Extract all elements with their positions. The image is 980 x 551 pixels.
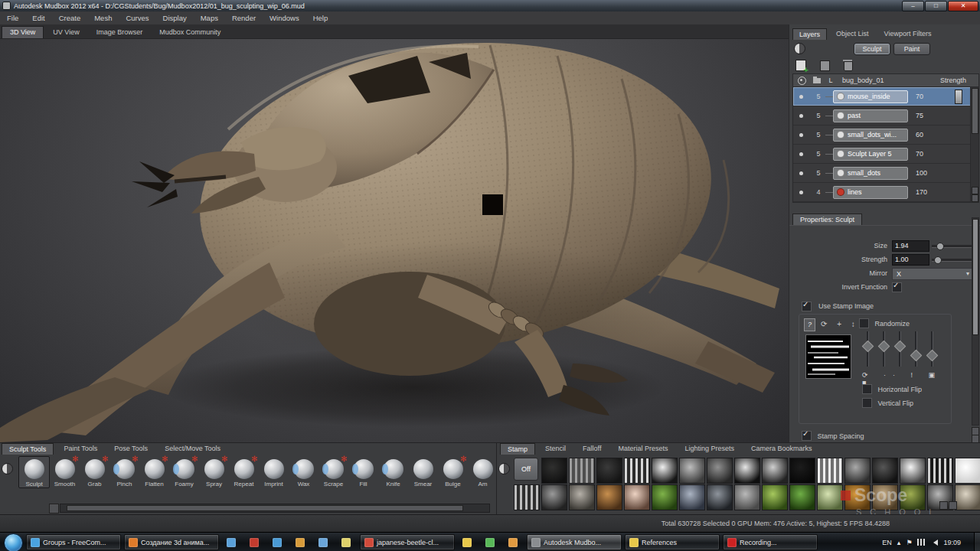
stamp-thumbnail[interactable] [541,484,567,510]
close-button[interactable]: ✕ [948,1,978,11]
tool-tray-tab[interactable]: Select/Move Tools [158,443,227,455]
stamp-thumbnail[interactable] [569,484,595,510]
view-tab[interactable]: Image Browser [89,27,151,38]
flag-icon[interactable]: ⚑ [906,539,912,546]
stamp-thumbnail[interactable] [817,484,843,510]
presets-tab[interactable]: Falloff [576,443,608,455]
delete-layer-icon[interactable] [844,61,853,71]
view-tab[interactable]: Mudbox Community [152,27,228,38]
view-tab[interactable]: 3D View [2,26,44,38]
sculpt-tool-button[interactable]: Flatten [139,456,169,488]
menu-item[interactable]: Create [52,12,88,24]
strength-slider[interactable] [932,259,972,262]
stamp-thumbnail[interactable] [817,458,843,484]
size-slider[interactable] [932,245,972,248]
sculpt-tool-button[interactable]: Sculpt [18,456,50,488]
layer-strength-value[interactable]: 100 [916,169,942,177]
layer-visibility-dot[interactable] [799,152,803,156]
stamp-thumbnail[interactable] [734,458,760,484]
layer-row[interactable]: 4 lines 170 [793,183,971,202]
random-slider[interactable] [878,331,889,367]
layer-scrollbar[interactable] [970,87,978,202]
stamp-thumbnail[interactable] [955,458,980,484]
layer-visibility-dot[interactable] [799,114,803,118]
tool-tray-menu-icon[interactable] [2,463,13,474]
tool-tray-tab[interactable]: Pose Tools [107,443,155,455]
taskbar-button[interactable]: References [625,534,720,550]
random-slider[interactable] [894,331,905,367]
3d-viewport[interactable] [0,39,789,442]
presets-tab[interactable]: Lighting Presets [678,443,741,455]
sculpt-tool-button[interactable]: Knife [378,456,408,488]
properties-scrollbar[interactable] [972,217,979,425]
layer-row[interactable]: 5 small_dots_wi... 60 [793,126,971,145]
layer-name-chip[interactable]: small_dots_wi... [833,129,908,142]
layer-visibility-dot[interactable] [799,191,803,194]
stamp-mini-toolbar[interactable]: ⟳ + ↕ [821,320,859,328]
taskbar-button[interactable] [245,534,265,550]
presets-tab[interactable]: Camera Bookmarks [744,443,819,455]
layer-strength-value[interactable]: 60 [916,131,942,139]
sculpt-tool-button[interactable]: Pinch [109,456,139,488]
view-tab[interactable]: UV View [45,27,87,38]
speaker-icon[interactable] [930,540,938,546]
tool-tray-tab[interactable]: Sculpt Tools [2,443,54,455]
menu-item[interactable]: Windows [263,12,306,24]
stamp-thumbnail[interactable] [872,484,898,510]
menu-item[interactable]: Display [156,12,194,24]
stamp-thumbnail[interactable] [789,458,815,484]
layer-strength-value[interactable]: 70 [916,93,942,100]
show-desktop-button[interactable] [974,533,980,551]
layer-mode-button[interactable]: Paint [893,43,930,55]
presets-tab[interactable]: Stamp [500,443,535,455]
tools-scrollbar[interactable] [60,504,490,513]
sculpt-tool-button[interactable]: Am [468,456,498,488]
scroll-down-button[interactable] [972,194,978,202]
stamp-thumbnail[interactable] [844,458,871,484]
duplicate-layer-icon[interactable] [820,60,830,71]
sculpt-tool-button[interactable]: Foamy [169,456,199,488]
stamp-thumbnail[interactable] [927,458,953,484]
tool-tray-tab[interactable]: Paint Tools [57,443,104,455]
stamp-thumbnail[interactable] [789,484,815,510]
start-button[interactable] [4,533,23,551]
stamp-thumbnail[interactable] [624,458,650,484]
horizontal-flip-checkbox[interactable] [862,384,872,394]
taskbar-button[interactable]: Создание 3d анима... [124,534,219,550]
layer-name-chip[interactable]: mouse_inside [833,90,908,103]
layer-row[interactable]: 5 mouse_inside 70 [793,87,971,106]
stamp-thumbnail[interactable] [955,484,980,510]
taskbar-button[interactable] [291,534,311,550]
mesh-name-header[interactable]: bug_body_01 [836,77,940,84]
layer-strength-value[interactable]: 70 [916,150,942,158]
language-indicator[interactable]: EN [882,539,892,546]
sculpt-tool-button[interactable]: Imprint [259,456,289,488]
layer-name-chip[interactable]: Sculpt Layer 5 [833,148,908,161]
sculpt-tool-button[interactable]: Spray [199,456,229,488]
layer-name-chip[interactable]: small_dots [833,167,908,180]
taskbar-button[interactable] [222,534,242,550]
taskbar-button[interactable]: Recording... [723,534,818,550]
mirror-dropdown[interactable]: X ▾ [892,268,972,280]
presets-scroll-left[interactable] [939,501,948,510]
presets-tab[interactable]: Stencil [538,443,573,455]
stamp-thumbnail[interactable] [844,484,871,510]
menu-item[interactable]: File [0,12,25,24]
random-slider[interactable] [926,331,937,367]
presets-menu-icon[interactable] [498,463,510,474]
stamp-thumbnail[interactable] [707,484,733,510]
properties-scrollbar-thumb[interactable] [972,219,978,335]
taskbar-button[interactable] [504,534,524,550]
stamp-thumbnail[interactable] [900,458,926,484]
stamp-thumbnail[interactable] [900,484,926,510]
stamp-thumbnail[interactable] [707,458,733,484]
menu-item[interactable]: Render [225,12,263,24]
properties-tab[interactable]: Properties: Sculpt [792,214,862,225]
vertical-flip-checkbox[interactable] [862,398,872,408]
layer-name-chip[interactable]: lines [833,186,908,199]
stamp-thumbnail[interactable] [762,484,788,510]
presets-scroll-right[interactable] [949,501,957,510]
taskbar-button[interactable]: japanese-beetle-cl... [360,534,455,550]
stamp-off-button[interactable]: Off [514,458,538,481]
strength-input[interactable]: 1.00 [892,254,929,266]
